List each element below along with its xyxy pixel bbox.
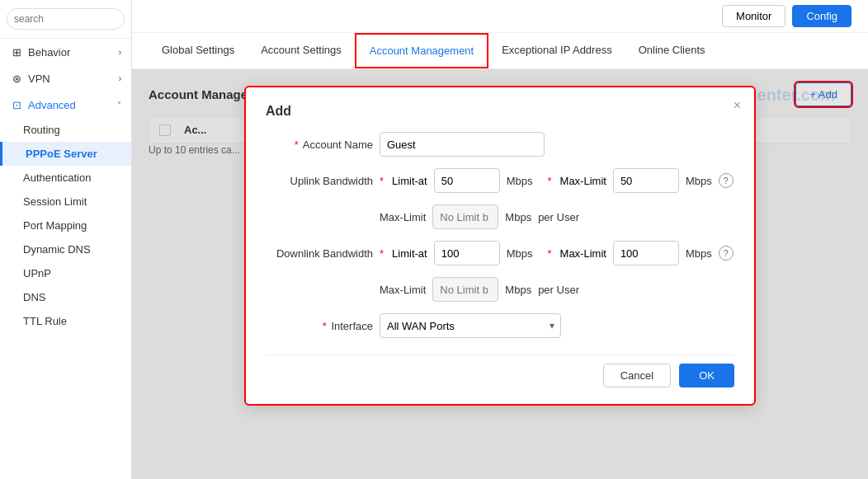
uplink-max-per-user-input[interactable] [432, 204, 498, 229]
search-input[interactable] [7, 8, 125, 30]
interface-label: * Interface [266, 320, 373, 332]
tab-account-management[interactable]: Account Management [355, 33, 488, 68]
downlink-max-per-user-input[interactable] [432, 277, 498, 302]
sidebar-label-port-mapping: Port Mapping [23, 219, 87, 232]
downlink-limit-at-label: Limit-at [392, 247, 427, 260]
sidebar-label-session-limit: Session Limit [23, 195, 87, 208]
interface-select[interactable]: All WAN Ports WAN1 WAN2 [380, 313, 561, 338]
downlink-max-limit-input[interactable] [613, 241, 679, 265]
sidebar-label-pppoe-server: PPPoE Server [26, 148, 97, 160]
uplink-limit-at-label: Limit-at [392, 175, 427, 187]
sidebar-item-port-mapping[interactable]: Port Mapping [0, 214, 131, 237]
sidebar-label-behavior: Behavior [28, 46, 70, 59]
sidebar-item-behavior[interactable]: ⊞ Behavior › [0, 39, 131, 65]
uplink-help-icon[interactable]: ? [719, 173, 734, 188]
search-container [0, 0, 131, 39]
sidebar-item-ttl-rule[interactable]: TTL Rule [0, 309, 131, 333]
close-button[interactable]: × [734, 99, 741, 112]
main-content: Monitor Config Global Settings Account S… [132, 0, 868, 479]
sidebar-label-vpn: VPN [28, 73, 50, 85]
modal-title: Add [266, 104, 734, 119]
uplink-max-limit-label: Max-Limit [560, 175, 606, 187]
downlink-limit-at-unit: Mbps [507, 247, 533, 260]
sidebar-item-vpn[interactable]: ⊛ VPN › [0, 65, 131, 92]
uplink-bandwidth-row: Uplink Bandwidth * Limit-at Mbps * Max-L… [266, 168, 734, 193]
tab-global-settings[interactable]: Global Settings [149, 34, 248, 68]
uplink-bandwidth-label: Uplink Bandwidth [266, 175, 373, 187]
vpn-icon: ⊛ [10, 72, 23, 85]
uplink-max-limit-per-user-row: Max-Limit Mbps per User [266, 204, 734, 229]
add-modal: Add × * Account Name Uplink Bandwidth * [244, 86, 756, 406]
grid-icon: ⊞ [10, 45, 23, 59]
downlink-per-user-unit: Mbps [505, 284, 531, 296]
monitor-button[interactable]: Monitor [722, 5, 785, 27]
downlink-max-per-user-label: Max-Limit [380, 284, 426, 296]
topbar: Monitor Config [132, 0, 868, 33]
account-name-label: * Account Name [266, 139, 373, 151]
downlink-help-icon[interactable]: ? [719, 246, 734, 261]
tab-exceptional-ip[interactable]: Exceptional IP Address [488, 34, 625, 68]
sidebar-item-advanced[interactable]: ⊡ Advanced ˅ [0, 92, 131, 118]
per-user-label-up: per User [538, 211, 579, 223]
modal-footer: Cancel OK [266, 355, 734, 387]
account-name-input[interactable] [380, 132, 545, 157]
uplink-limit-at-unit: Mbps [507, 175, 533, 187]
chevron-right-icon: › [119, 74, 121, 83]
sidebar-label-dns: DNS [23, 291, 45, 303]
chevron-right-icon: › [119, 48, 121, 57]
sidebar-label-dynamic-dns: Dynamic DNS [23, 243, 91, 256]
uplink-max-limit-input[interactable] [613, 168, 679, 193]
sidebar-label-upnp: UPnP [23, 267, 51, 279]
cancel-button[interactable]: Cancel [603, 364, 671, 387]
sidebar-item-dynamic-dns[interactable]: Dynamic DNS [0, 237, 131, 261]
tab-account-settings[interactable]: Account Settings [248, 34, 355, 68]
uplink-max-limit-unit: Mbps [686, 175, 712, 187]
sidebar-item-pppoe-server[interactable]: PPPoE Server [0, 142, 131, 166]
uplink-max-per-user-label: Max-Limit [380, 211, 426, 223]
modal-overlay: Add × * Account Name Uplink Bandwidth * [132, 69, 868, 479]
sidebar-item-authentication[interactable]: Authentication [0, 166, 131, 190]
sidebar-label-ttl-rule: TTL Rule [23, 315, 67, 327]
sidebar-label-advanced: Advanced [28, 99, 76, 111]
nav-tabs: Global Settings Account Settings Account… [132, 33, 868, 69]
uplink-limit-at-input[interactable] [434, 168, 500, 193]
tab-online-clients[interactable]: Online Clients [625, 34, 719, 68]
account-name-row: * Account Name [266, 132, 734, 157]
sidebar-label-routing: Routing [23, 124, 60, 136]
sidebar-item-upnp[interactable]: UPnP [0, 261, 131, 285]
downlink-max-limit-per-user-row: Max-Limit Mbps per User [266, 277, 734, 302]
per-user-label-down: per User [538, 284, 579, 296]
chevron-down-icon: ˅ [117, 101, 121, 110]
ok-button[interactable]: OK [679, 364, 734, 387]
downlink-bandwidth-label: Downlink Bandwidth [266, 247, 373, 260]
config-button[interactable]: Config [792, 5, 851, 27]
sidebar-item-dns[interactable]: DNS [0, 285, 131, 309]
sidebar-item-routing[interactable]: Routing [0, 118, 131, 142]
sidebar-label-authentication: Authentication [23, 171, 91, 184]
uplink-per-user-unit: Mbps [505, 211, 531, 223]
sidebar-item-session-limit[interactable]: Session Limit [0, 190, 131, 214]
downlink-max-limit-unit: Mbps [686, 247, 712, 260]
advanced-icon: ⊡ [10, 98, 23, 111]
interface-select-wrapper: All WAN Ports WAN1 WAN2 [380, 313, 561, 338]
downlink-max-limit-label: Max-Limit [560, 247, 606, 260]
sidebar: ⊞ Behavior › ⊛ VPN › ⊡ Advanced ˅ Routin… [0, 0, 132, 479]
downlink-limit-at-input[interactable] [434, 241, 500, 265]
interface-row: * Interface All WAN Ports WAN1 WAN2 [266, 313, 734, 338]
content-area: Account Management List sysnetcenter.com… [132, 69, 868, 479]
downlink-bandwidth-row: Downlink Bandwidth * Limit-at Mbps * Max… [266, 241, 734, 265]
